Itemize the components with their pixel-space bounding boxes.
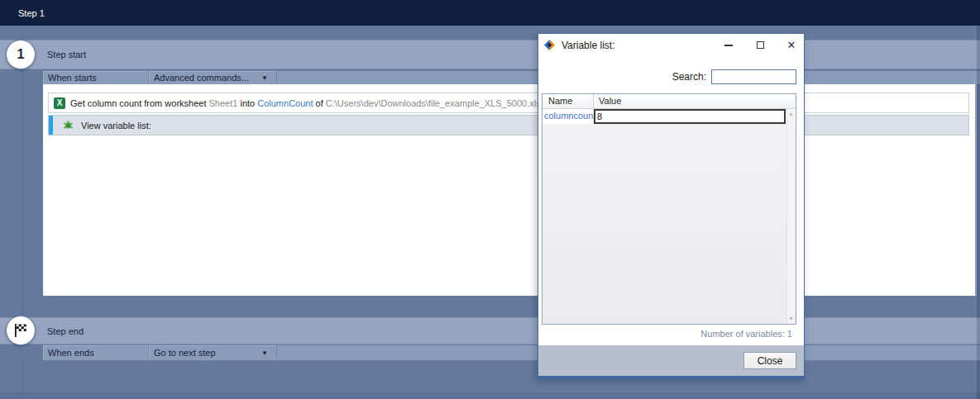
when-ends-cell: When ends <box>43 345 149 360</box>
dialog-footer: Close <box>538 345 804 376</box>
step-connector-line <box>22 361 23 399</box>
variable-list-icon <box>63 120 74 131</box>
search-label: Search: <box>672 71 706 83</box>
checkered-flag-icon <box>12 321 30 340</box>
variable-table: Name Value columncount 8 ▲ ▼ <box>542 93 796 325</box>
variable-value-cell[interactable]: 8 <box>594 109 786 124</box>
window-controls: ✕ <box>703 34 797 56</box>
command-text: Get column count from worksheet Sheet1 i… <box>70 98 541 108</box>
command-list-panel: X Get column count from worksheet Sheet1… <box>43 84 977 296</box>
step-start-label: Step start <box>47 50 86 59</box>
step-number-badge: 1 <box>6 40 36 69</box>
chevron-down-icon: ▼ <box>261 349 268 357</box>
step-connector-line <box>22 70 23 318</box>
command-row-view-variable-list[interactable]: View variable list: <box>48 115 969 135</box>
automation-editor-window: Step 1 Step start 1 When starts Advanced… <box>0 0 980 399</box>
go-to-next-step-dropdown[interactable]: Go to next step ▼ <box>149 345 277 360</box>
window-bottom-edge <box>0 392 980 399</box>
window-right-edge <box>977 26 980 399</box>
close-button[interactable]: Close <box>743 352 796 369</box>
minimize-button[interactable] <box>723 38 734 53</box>
app-diamond-icon <box>544 40 555 50</box>
when-starts-cell: When starts <box>43 71 149 84</box>
table-scrollbar[interactable]: ▲ ▼ <box>786 109 795 323</box>
excel-icon: X <box>54 97 65 109</box>
step-tab-bar: Step 1 <box>0 0 980 26</box>
command-text: View variable list: <box>81 121 151 131</box>
variable-name-cell[interactable]: columncount <box>543 109 594 124</box>
search-row: Search: <box>538 69 804 84</box>
dialog-titlebar[interactable]: Variable list: ✕ <box>538 34 804 56</box>
step-end-badge <box>6 316 36 345</box>
step-tab-label[interactable]: Step 1 <box>18 8 45 18</box>
column-header-value[interactable]: Value <box>594 94 796 108</box>
close-icon[interactable]: ✕ <box>786 38 797 53</box>
maximize-button[interactable] <box>754 38 766 53</box>
table-row[interactable]: columncount 8 <box>543 109 796 124</box>
column-header-name[interactable]: Name <box>543 94 594 108</box>
when-starts-header: When starts Advanced commands... ▼ <box>43 70 980 84</box>
step-end-label: Step end <box>47 326 84 336</box>
step-end-band: Step end <box>0 317 980 344</box>
file-path: C:\Users\dev\Downloads\file_example_XLS_… <box>326 98 541 108</box>
variable-count-label: Number of variables: 1 <box>700 329 792 339</box>
table-header: Name Value <box>543 94 796 109</box>
step-start-band: Step start <box>0 40 980 69</box>
search-input[interactable] <box>711 69 796 84</box>
step-number: 1 <box>17 47 25 62</box>
command-row-get-column-count[interactable]: X Get column count from worksheet Sheet1… <box>48 93 969 113</box>
scroll-up-icon[interactable]: ▲ <box>788 111 794 116</box>
dialog-title: Variable list: <box>562 40 614 51</box>
scroll-down-icon[interactable]: ▼ <box>788 316 794 321</box>
when-ends-header: When ends Go to next step ▼ <box>43 344 980 361</box>
variable-link[interactable]: ColumnCount <box>257 98 313 108</box>
chevron-down-icon: ▼ <box>261 74 268 82</box>
advanced-commands-dropdown[interactable]: Advanced commands... ▼ <box>149 71 277 84</box>
variable-list-dialog: Variable list: ✕ Search: Name Value colu… <box>538 33 805 379</box>
selected-row-indicator <box>49 116 53 135</box>
